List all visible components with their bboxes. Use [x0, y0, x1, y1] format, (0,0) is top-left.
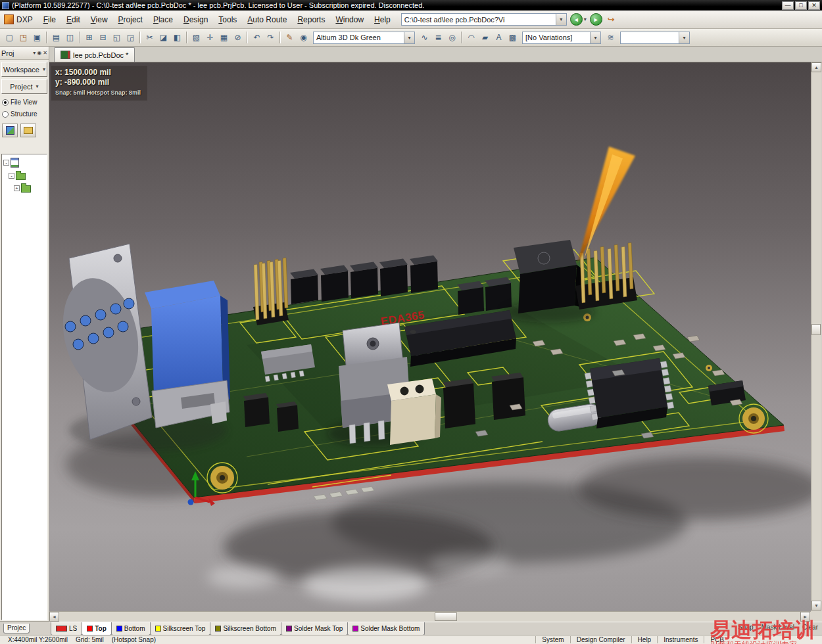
- explorer-view-button[interactable]: [2, 124, 18, 137]
- project-tree[interactable]: - - +: [1, 154, 47, 620]
- panel-close-icon[interactable]: ✕: [43, 50, 47, 56]
- menu-design[interactable]: Design: [178, 13, 213, 26]
- panel-button-pcb[interactable]: PCB: [704, 636, 730, 643]
- place-via-icon[interactable]: ◎: [445, 31, 459, 44]
- zoom-selected-icon[interactable]: ◲: [124, 31, 137, 44]
- back-button[interactable]: ◄: [570, 13, 583, 26]
- menu-view[interactable]: View: [85, 13, 113, 26]
- expander-icon[interactable]: -: [9, 173, 14, 179]
- menu-window[interactable]: Window: [330, 13, 369, 26]
- move-object-icon[interactable]: ✛: [203, 31, 217, 44]
- minimize-button[interactable]: —: [782, 1, 794, 10]
- tree-node-project[interactable]: -: [3, 158, 47, 168]
- panel-button-design-compiler[interactable]: Design Compiler: [570, 636, 631, 643]
- scroll-down-button[interactable]: ▼: [811, 601, 821, 610]
- zoom-area-icon[interactable]: ◱: [110, 31, 124, 44]
- back-dropdown-icon[interactable]: ▾: [584, 16, 587, 22]
- chevron-down-icon[interactable]: ▾: [590, 32, 600, 43]
- radio-dot[interactable]: [2, 111, 9, 118]
- layer-tab-top[interactable]: Top: [82, 622, 112, 635]
- zoom-window-icon[interactable]: ⊞: [82, 31, 96, 44]
- scroll-right-button[interactable]: ►: [800, 612, 810, 622]
- print-preview-icon[interactable]: ◫: [63, 31, 77, 44]
- scroll-up-button[interactable]: ▲: [811, 62, 821, 72]
- tree-node-folder[interactable]: +: [14, 183, 47, 193]
- place-fill-icon[interactable]: ▰: [478, 31, 492, 44]
- panel-button-instruments[interactable]: Instruments: [657, 636, 704, 643]
- chevron-down-icon[interactable]: ▾: [556, 14, 566, 25]
- copy-icon[interactable]: ◪: [157, 31, 170, 44]
- clear-filter-icon[interactable]: ⊘: [231, 31, 245, 44]
- layer-set-tab[interactable]: LS: [51, 622, 82, 635]
- forward-button[interactable]: ►: [590, 13, 602, 26]
- radio-dot[interactable]: [2, 99, 9, 106]
- mask-level-button[interactable]: Mask Level: [762, 624, 795, 631]
- menu-edit[interactable]: Edit: [61, 13, 85, 26]
- file-view-radio[interactable]: File View: [2, 99, 49, 106]
- secondary-combo[interactable]: ▾: [620, 32, 690, 44]
- tree-node-folder[interactable]: -: [9, 171, 47, 180]
- cut-icon[interactable]: ✂: [143, 31, 157, 44]
- menu-auto-route[interactable]: Auto Route: [242, 13, 292, 26]
- menu-file[interactable]: File: [38, 13, 61, 26]
- menu-project[interactable]: Project: [113, 13, 148, 26]
- dxp-icon[interactable]: [4, 14, 14, 24]
- select-area-icon[interactable]: ▧: [189, 31, 203, 44]
- place-arc-icon[interactable]: ◠: [464, 31, 478, 44]
- print-icon[interactable]: ▤: [49, 31, 63, 44]
- grid-settings-icon[interactable]: ▩: [506, 31, 520, 44]
- expander-icon[interactable]: +: [14, 185, 20, 191]
- layer-tab-silkscreen-top[interactable]: Silkscreen Top: [150, 622, 211, 635]
- snap-toggle[interactable]: Snap: [738, 624, 753, 631]
- document-tab[interactable]: lee pcb.PcbDoc *: [54, 47, 135, 62]
- close-button[interactable]: ✕: [808, 1, 820, 10]
- pin-icon[interactable]: ◉: [37, 50, 41, 56]
- soic-right[interactable]: [585, 358, 674, 428]
- panel-button-system[interactable]: System: [535, 636, 569, 643]
- maximize-button[interactable]: □: [795, 1, 807, 10]
- relay-beige[interactable]: [387, 379, 441, 445]
- panel-button-help[interactable]: Help: [631, 636, 658, 643]
- place-string-icon[interactable]: A: [492, 31, 506, 44]
- chevron-down-icon[interactable]: ▾: [679, 32, 689, 43]
- variations-combo[interactable]: [No Variations] ▾: [522, 32, 601, 44]
- layer-tab-bottom[interactable]: Bottom: [111, 622, 151, 635]
- layer-tab-silkscreen-bottom[interactable]: Silkscreen Bottom: [210, 622, 281, 635]
- board-wizard-icon[interactable]: ◉: [297, 31, 310, 44]
- menu-help[interactable]: Help: [369, 13, 396, 26]
- db9-connector[interactable]: [53, 244, 230, 451]
- clear-button[interactable]: Clear: [802, 624, 818, 631]
- vertical-scroll-thumb[interactable]: [811, 324, 821, 335]
- variant-tools-icon[interactable]: ≋: [604, 31, 617, 44]
- panel-menu-icon[interactable]: ▾: [33, 50, 36, 56]
- menu-dxp[interactable]: DXP: [16, 15, 33, 24]
- pcb-3d-viewport[interactable]: x: 1500.000 mil y: -890.000 mil Snap: 5m…: [49, 62, 811, 611]
- structure-radio[interactable]: Structure: [2, 110, 49, 118]
- vertical-scrollbar[interactable]: ▲ ▼: [811, 62, 821, 611]
- layer-tab-solder-mask-top[interactable]: Solder Mask Top: [281, 622, 348, 635]
- interactive-edit-icon[interactable]: ✎: [283, 31, 297, 44]
- align-objects-icon[interactable]: ▦: [217, 31, 231, 44]
- new-document-icon[interactable]: ▢: [3, 31, 16, 44]
- horizontal-scrollbar[interactable]: ◄ ►: [49, 611, 811, 622]
- menu-tools[interactable]: Tools: [213, 13, 242, 26]
- open-document-icon[interactable]: ◳: [16, 31, 30, 44]
- projects-panel-tab[interactable]: Projec: [3, 624, 30, 633]
- menu-reports[interactable]: Reports: [292, 13, 330, 26]
- expander-icon[interactable]: -: [3, 160, 9, 166]
- menu-place[interactable]: Place: [148, 13, 178, 26]
- workspace-button[interactable]: Workspace ▾: [1, 62, 47, 77]
- jump-icon[interactable]: ↪: [608, 14, 615, 24]
- undo-icon[interactable]: ↶: [250, 31, 264, 44]
- design-hierarchy-icon[interactable]: ≣: [431, 31, 445, 44]
- redo-icon[interactable]: ↷: [264, 31, 278, 44]
- view-style-combo[interactable]: Altium 3D Dk Green ▾: [313, 32, 415, 44]
- zoom-fit-icon[interactable]: ⊟: [96, 31, 110, 44]
- pcb-3d-scene[interactable]: EDA365: [49, 62, 811, 611]
- open-folder-button[interactable]: [20, 124, 36, 137]
- save-document-icon[interactable]: ▣: [30, 31, 44, 44]
- paste-icon[interactable]: ◧: [170, 31, 184, 44]
- scroll-left-button[interactable]: ◄: [49, 612, 59, 622]
- horizontal-scroll-thumb[interactable]: [435, 612, 457, 621]
- chevron-down-icon[interactable]: ▾: [404, 32, 414, 43]
